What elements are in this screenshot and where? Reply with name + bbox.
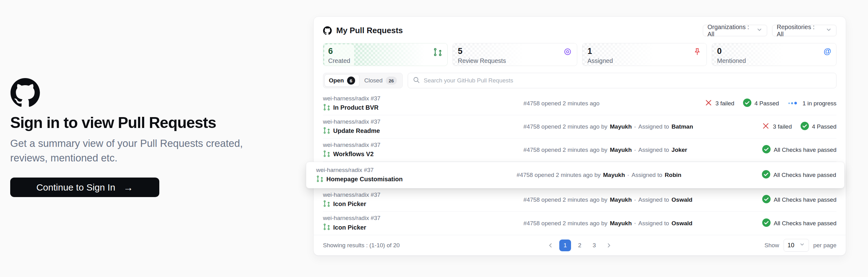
stat-card-assigned[interactable]: 1 Assigned <box>582 43 707 66</box>
pr-repo: wei-harness/radix #37 <box>323 118 523 125</box>
assigned-count: 1 <box>587 47 613 56</box>
mentioned-count: 0 <box>717 47 746 56</box>
search-input[interactable] <box>424 77 832 84</box>
pr-meta: #4758 opened 2 minutes ago by Mayukh • A… <box>523 123 762 130</box>
continue-signin-button[interactable]: Continue to Sign In → <box>10 177 159 197</box>
toolbar: Open 6 Closed 26 <box>323 73 836 88</box>
passed-checks: 4 Passed <box>801 122 836 132</box>
signin-title: Sign in to view Pull Requests <box>10 114 265 132</box>
pr-status: All Checks have passed <box>762 170 836 180</box>
pr-info: wei-harness/radix #37 Icon Picker <box>323 192 523 209</box>
pr-assignee: Robin <box>665 172 681 178</box>
page-size-value: 10 <box>787 242 795 249</box>
pr-info: wei-harness/radix #37 Icon Picker <box>323 215 523 232</box>
pr-opened-text: #4758 opened 2 minutes ago by <box>517 172 601 178</box>
in-progress-label: 1 in progress <box>802 100 836 107</box>
created-label: Created <box>328 57 350 64</box>
state-tabs: Open 6 Closed 26 <box>323 73 403 88</box>
page-button-3[interactable]: 3 <box>588 240 600 251</box>
at-mention-icon: @ <box>824 48 831 55</box>
pr-info: wei-harness/radix #37 Update Readme <box>323 118 523 135</box>
pr-meta: #4758 opened 2 minutes ago <box>523 100 705 107</box>
meta-separator-dot: • <box>627 173 629 178</box>
pagination: 1 2 3 <box>545 240 615 251</box>
all-checks-passed: All Checks have passed <box>762 170 836 180</box>
arrow-right-icon: → <box>123 183 133 192</box>
pr-opened-text: #4758 opened 2 minutes ago by <box>523 196 608 203</box>
pr-row[interactable]: wei-harness/radix #37 Icon Picker #4758 … <box>323 188 836 212</box>
github-logo-icon <box>323 26 332 35</box>
pr-meta: #4758 opened 2 minutes ago by Mayukh • A… <box>523 220 762 227</box>
pr-row[interactable]: wei-harness/radix #37 Workflows V2 #4758… <box>323 138 836 162</box>
meta-separator-dot: • <box>634 221 636 226</box>
chevron-down-icon <box>799 242 805 249</box>
page-button-2[interactable]: 2 <box>574 240 586 251</box>
pr-author: Mayukh <box>603 172 625 178</box>
pr-repo: wei-harness/radix #37 <box>323 215 523 222</box>
show-label: Show <box>764 242 779 249</box>
pr-author: Mayukh <box>610 196 632 203</box>
pr-author: Mayukh <box>610 146 632 154</box>
pr-info: wei-harness/radix #37 In Product BVR <box>323 95 523 112</box>
meta-separator-dot: • <box>634 197 636 203</box>
pull-request-icon <box>323 200 330 209</box>
tab-closed[interactable]: Closed 26 <box>360 74 401 87</box>
pr-opened-text: #4758 opened 2 minutes ago by <box>523 146 608 154</box>
pull-request-icon <box>316 175 323 184</box>
assigned-to-text: Assigned to <box>639 123 669 130</box>
panel-footer: Showing results : (1-10) of 20 1 2 3 Sho… <box>314 235 846 255</box>
pull-request-icon <box>323 127 330 135</box>
passed-label: 4 Passed <box>812 123 836 130</box>
continue-signin-label: Continue to Sign In <box>36 182 115 193</box>
pr-repo: wei-harness/radix #37 <box>323 142 523 148</box>
stats-row: 6 Created 5 Review Requests 1 Assigned <box>323 43 836 66</box>
pr-repo: wei-harness/radix #37 <box>323 192 523 198</box>
pr-author: Mayukh <box>610 220 632 227</box>
stat-card-created[interactable]: 6 Created <box>323 43 447 66</box>
assigned-label: Assigned <box>587 57 613 64</box>
mentioned-label: Mentioned <box>717 57 746 64</box>
check-circle-icon <box>801 122 809 132</box>
meta-separator-dot: • <box>634 147 636 153</box>
stat-card-mentioned[interactable]: 0 Mentioned @ <box>712 43 836 66</box>
check-circle-icon <box>762 195 771 205</box>
tab-open[interactable]: Open 6 <box>324 74 360 87</box>
per-page-label: per page <box>813 242 836 249</box>
progress-dots-icon <box>787 100 799 107</box>
failed-checks: 3 failed <box>705 99 734 108</box>
pr-row[interactable]: wei-harness/radix #37 Update Readme #475… <box>323 115 836 138</box>
in-progress-checks: 1 in progress <box>787 100 836 107</box>
pr-status: 3 failed 4 Passed <box>762 122 836 132</box>
assigned-to-text: Assigned to <box>639 220 669 227</box>
tab-open-label: Open <box>329 77 344 84</box>
review-requests-count: 5 <box>458 47 506 56</box>
all-checks-label: All Checks have passed <box>773 172 836 178</box>
tab-closed-label: Closed <box>364 77 383 84</box>
pr-meta: #4758 opened 2 minutes ago by Mayukh • A… <box>523 196 762 203</box>
repositories-filter-dropdown[interactable]: Repositories : All <box>772 25 836 36</box>
pr-title: In Product BVR <box>333 104 379 111</box>
search-icon <box>413 76 420 85</box>
assigned-to-text: Assigned to <box>632 172 662 178</box>
previous-page-button[interactable] <box>545 240 557 251</box>
all-checks-passed: All Checks have passed <box>762 218 836 228</box>
page-button-1[interactable]: 1 <box>559 240 571 251</box>
pr-row[interactable]: wei-harness/radix #37 Homepage Customisa… <box>306 162 844 188</box>
pr-title: Icon Picker <box>333 224 366 231</box>
pr-status: All Checks have passed <box>762 195 836 205</box>
pr-assignee: Joker <box>672 146 687 154</box>
pr-meta: #4758 opened 2 minutes ago by Mayukh • A… <box>517 172 762 178</box>
organizations-filter-dropdown[interactable]: Organizations : All <box>703 25 767 36</box>
pr-status: All Checks have passed <box>762 218 836 228</box>
pull-request-icon <box>323 150 330 159</box>
results-summary: Showing results : (1-10) of 20 <box>323 242 400 249</box>
pull-request-icon <box>323 223 330 232</box>
pr-row[interactable]: wei-harness/radix #37 Icon Picker #4758 … <box>323 212 836 235</box>
stat-card-review-requests[interactable]: 5 Review Requests <box>453 43 577 66</box>
assigned-to-text: Assigned to <box>639 196 669 203</box>
pr-row[interactable]: wei-harness/radix #37 In Product BVR #47… <box>323 92 836 115</box>
page-size-select[interactable]: 10 <box>783 239 809 252</box>
next-page-button[interactable] <box>603 240 615 251</box>
all-checks-label: All Checks have passed <box>774 196 836 203</box>
pull-request-icon <box>323 104 330 112</box>
